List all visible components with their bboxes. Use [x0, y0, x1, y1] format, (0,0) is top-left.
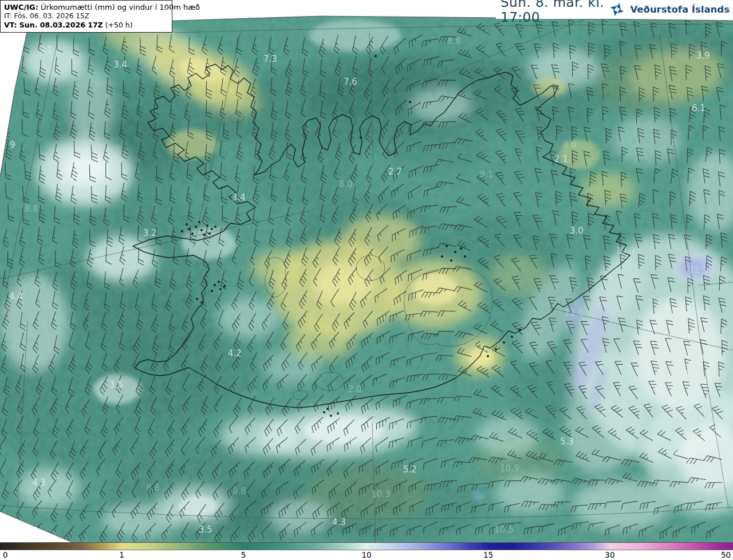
precip-value-label: 8.8	[563, 140, 577, 150]
lead-time: (+50 h)	[103, 21, 133, 29]
precip-value-label: 2.0	[348, 384, 362, 395]
precip-value-label: 4.4	[9, 291, 23, 302]
precip-value-label: 8.0	[339, 179, 353, 190]
colorbar-tick-label: 1	[119, 550, 124, 559]
product-description: Úrkomumætti (mm) og vindur í 100m hæð	[38, 3, 200, 11]
precip-value-label: 10.9	[500, 463, 519, 474]
precip-value-label: 4.3	[32, 478, 46, 488]
colorbar-tick-label: 5	[241, 550, 246, 559]
precip-value-label: 9.8	[232, 486, 246, 496]
precip-value-label: 5.2	[403, 464, 417, 475]
precip-value-label: 7.6	[344, 77, 357, 87]
precip-value-label: 8.8	[146, 483, 160, 493]
colorbar-tick-labels: 01510153050	[0, 550, 733, 560]
precip-value-label: 10.2	[708, 372, 727, 382]
precip-value-label: 9	[10, 140, 15, 150]
met-office-pinwheel-logo-icon	[609, 2, 625, 17]
precip-value-label: 8.1	[480, 169, 494, 180]
valid-time-line: VT: Sun. 08.03.2026 17Z (+50 h)	[4, 21, 168, 30]
weather-map-screen: 9.13.47.37.68.83.96.194.78.83.23.48.02.7…	[0, 0, 733, 560]
colorbar-tick-label: 30	[605, 550, 614, 559]
precipitation-colorbar: 01510153050	[0, 542, 733, 560]
valid-time: VT: Sun. 08.03.2026 17Z	[4, 21, 103, 29]
precip-value-label: 4.2	[228, 348, 242, 358]
org-name-label: Veðurstofa Íslands	[630, 4, 731, 15]
colorbar-tick-label: 15	[483, 550, 493, 559]
precip-value-label: 2.1	[554, 154, 568, 164]
precip-value-label: 7.2	[685, 431, 699, 441]
precip-value-label: 11.9	[689, 265, 708, 275]
colorbar-tick-label: 10	[361, 550, 371, 559]
precip-value-label: 7.2	[683, 369, 697, 380]
precip-value-label: 4.3	[332, 517, 346, 527]
precip-value-label: 3.5	[199, 524, 212, 535]
precip-value-label: 6.1	[692, 103, 706, 113]
product-info-box: UWC/IG: Úrkomumætti (mm) og vindur í 100…	[0, 0, 172, 33]
precip-value-label: 3.9	[696, 50, 710, 61]
texture-noise-layer	[0, 0, 733, 543]
colorbar-tick-label: 0	[3, 550, 8, 559]
precip-value-label: 1.3	[473, 343, 487, 353]
precip-value-label: 11.6	[564, 307, 583, 318]
precip-value-label: 3.5	[109, 380, 123, 390]
precip-value-label: 8.8	[672, 448, 686, 458]
precip-value-label: 10.3	[371, 489, 390, 499]
precip-value-label: 3.2	[143, 228, 157, 238]
precip-value-label: 9.1	[39, 45, 53, 55]
title-bar: Sun. 8. mar. kl. 17:00 Veðurstofa Ísland…	[496, 0, 733, 19]
precip-value-label: 2.7	[388, 167, 402, 177]
product-title-line: UWC/IG: Úrkomumætti (mm) og vindur í 100…	[4, 3, 168, 12]
precip-value-label: 7.3	[263, 54, 277, 64]
precip-value-label: 5.3	[560, 436, 574, 447]
precip-value-label: 3.4	[232, 192, 246, 203]
colorbar-tick-label: 50	[721, 550, 731, 559]
precip-value-label: 10.9	[616, 246, 635, 256]
init-time-line: IT: Fös. 06. 03. 2026 15Z	[4, 12, 168, 21]
precip-value-label: 1.9	[430, 274, 444, 285]
precip-value-label: 10.5	[494, 524, 513, 535]
precip-value-label: 8.8	[447, 36, 461, 46]
precip-value-label: 3.4	[113, 60, 127, 70]
colorbar-gradient	[0, 542, 733, 550]
valid-datetime-label: Sun. 8. mar. kl. 17:00	[501, 0, 604, 25]
precip-value-label: 4.7	[61, 176, 74, 187]
precip-value-label: 3.0	[570, 226, 584, 236]
product-code: UWC/IG:	[4, 3, 38, 11]
precip-value-label: 7.2	[648, 298, 661, 309]
precipitation-wind-map: 9.13.47.37.68.83.96.194.78.83.23.48.02.7…	[0, 0, 733, 543]
precip-value-label: 8.8	[25, 204, 38, 214]
